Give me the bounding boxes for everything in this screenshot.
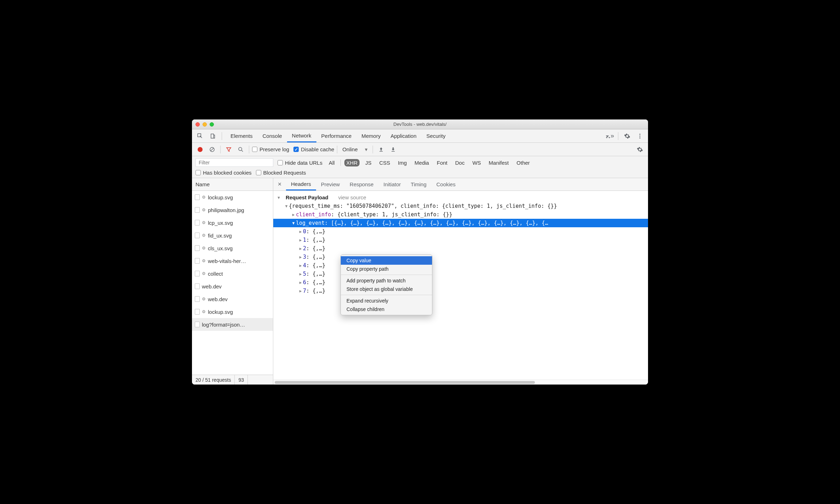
filter-type-media[interactable]: Media — [413, 159, 431, 166]
detail-tab-timing[interactable]: Timing — [406, 178, 431, 191]
request-row[interactable]: ⚙fid_ux.svg — [192, 229, 273, 242]
tree-row-item[interactable]: ▶2: {,…} — [273, 244, 648, 253]
settings-gear-icon[interactable] — [622, 131, 632, 141]
filter-input[interactable] — [196, 158, 273, 167]
filter-type-img[interactable]: Img — [396, 159, 409, 166]
kebab-menu-icon[interactable] — [635, 131, 645, 141]
context-menu-item[interactable]: Add property path to watch — [341, 276, 432, 285]
tree-row-item[interactable]: ▶3: {,…} — [273, 253, 648, 261]
horizontal-scrollbar[interactable] — [273, 380, 648, 385]
file-icon — [195, 309, 200, 315]
filter-type-xhr[interactable]: XHR — [344, 159, 360, 166]
context-menu-item[interactable]: Copy value — [341, 256, 432, 265]
panel-tab-security[interactable]: Security — [421, 129, 450, 142]
context-menu-item[interactable]: Copy property path — [341, 265, 432, 273]
inspect-icon[interactable] — [195, 131, 205, 141]
filter-type-js[interactable]: JS — [363, 159, 374, 166]
panel-tab-elements[interactable]: Elements — [226, 129, 258, 142]
scrollbar-thumb[interactable] — [275, 381, 535, 384]
gear-icon: ⚙ — [202, 258, 206, 263]
filter-type-font[interactable]: Font — [434, 159, 449, 166]
tree-row-item[interactable]: ▶1: {,…} — [273, 236, 648, 244]
separator — [337, 146, 337, 153]
section-title: Request Payload — [286, 194, 328, 200]
filter-type-ws[interactable]: WS — [470, 159, 483, 166]
zoom-window-button[interactable] — [210, 122, 214, 127]
request-row[interactable]: ⚙cls_ux.svg — [192, 242, 273, 254]
device-toggle-icon[interactable] — [208, 131, 218, 141]
close-window-button[interactable] — [196, 122, 200, 127]
context-menu-item[interactable]: Store object as global variable — [341, 285, 432, 293]
request-row[interactable]: ⚙philipwalton.jpg — [192, 204, 273, 216]
detail-tab-preview[interactable]: Preview — [316, 178, 345, 191]
tree-row-item[interactable]: ▶4: {,…} — [273, 261, 648, 270]
gear-icon: ⚙ — [202, 246, 206, 251]
throttling-select[interactable]: Online ▾ — [340, 146, 369, 153]
preserve-log-checkbox[interactable]: Preserve log — [252, 146, 289, 152]
context-menu-item[interactable]: Expand recursively — [341, 297, 432, 305]
search-icon[interactable] — [235, 144, 246, 155]
request-name: web.dev — [208, 296, 228, 302]
throttling-value: Online — [342, 146, 357, 152]
request-payload-section[interactable]: ▼ Request Payload view source — [273, 193, 648, 202]
filter-icon[interactable] — [223, 144, 234, 155]
filter-type-all[interactable]: All — [327, 159, 337, 166]
blocked-requests-checkbox[interactable]: Blocked Requests — [256, 170, 306, 176]
devtools-window: DevTools - web.dev/vitals/ ElementsConso… — [192, 119, 648, 385]
status-bar: 20 / 51 requests 93 — [192, 375, 273, 385]
request-row[interactable]: ⚙lockup.svg — [192, 191, 273, 204]
detail-tab-initiator[interactable]: Initiator — [379, 178, 406, 191]
status-extra: 93 — [235, 375, 248, 385]
request-list: ⚙lockup.svg⚙philipwalton.jpg⚙lcp_ux.svg⚙… — [192, 191, 273, 375]
clear-icon[interactable] — [207, 144, 217, 155]
svg-point-0 — [640, 134, 641, 135]
download-har-icon[interactable] — [388, 144, 398, 155]
svg-point-1 — [640, 135, 641, 136]
panel-tab-console[interactable]: Console — [258, 129, 287, 142]
detail-tab-cookies[interactable]: Cookies — [431, 178, 460, 191]
request-row[interactable]: ⚙web-vitals-her… — [192, 254, 273, 267]
minimize-window-button[interactable] — [203, 122, 207, 127]
detail-tab-headers[interactable]: Headers — [286, 178, 316, 191]
hide-data-urls-checkbox[interactable]: Hide data URLs — [278, 160, 322, 166]
close-detail-button[interactable]: × — [273, 178, 286, 191]
dropdown-icon: ▾ — [365, 146, 368, 153]
request-name: cls_ux.svg — [208, 245, 233, 251]
file-icon — [195, 322, 200, 327]
request-row[interactable]: ⚙collect — [192, 267, 273, 280]
detail-tab-response[interactable]: Response — [345, 178, 379, 191]
context-menu-item[interactable]: Collapse children — [341, 305, 432, 313]
request-row[interactable]: log?format=json… — [192, 318, 273, 331]
filter-type-doc[interactable]: Doc — [453, 159, 467, 166]
upload-har-icon[interactable] — [376, 144, 386, 155]
disable-cache-checkbox[interactable]: Disable cache — [293, 146, 334, 152]
menu-separator — [341, 275, 432, 275]
tree-row-root[interactable]: ▼ {request_time_ms: "1605078406207", cli… — [273, 202, 648, 210]
panel-tab-memory[interactable]: Memory — [356, 129, 385, 142]
titlebar: DevTools - web.dev/vitals/ — [192, 119, 648, 129]
name-column-header[interactable]: Name — [192, 178, 273, 191]
request-row[interactable]: ⚙lcp_ux.svg — [192, 216, 273, 229]
request-row[interactable]: ⚙lockup.svg — [192, 305, 273, 318]
view-source-link[interactable]: view source — [338, 194, 366, 200]
filter-type-manifest[interactable]: Manifest — [486, 159, 511, 166]
tree-row-item[interactable]: ▶6: {,…} — [273, 278, 648, 287]
request-row[interactable]: web.dev — [192, 280, 273, 293]
more-tabs-icon[interactable]: » — [604, 131, 614, 141]
gear-icon: ⚙ — [202, 297, 206, 301]
panel-tab-application[interactable]: Application — [386, 129, 421, 142]
network-settings-gear-icon[interactable] — [635, 144, 645, 155]
tree-row-log-event[interactable]: ▼ log_event: [{…}, {…}, {…}, {…}, {…}, {… — [273, 219, 648, 227]
panel-tab-network[interactable]: Network — [287, 129, 316, 142]
tree-row-item[interactable]: ▶0: {,…} — [273, 227, 648, 236]
tree-row-item[interactable]: ▶5: {,…} — [273, 270, 648, 278]
filter-type-other[interactable]: Other — [514, 159, 532, 166]
has-blocked-cookies-checkbox[interactable]: Has blocked cookies — [196, 170, 252, 176]
tree-row-client-info[interactable]: ▶ client_info: {client_type: 1, js_clien… — [273, 210, 648, 219]
filter-type-css[interactable]: CSS — [377, 159, 392, 166]
panel-tab-performance[interactable]: Performance — [316, 129, 357, 142]
status-requests: 20 / 51 requests — [192, 375, 235, 385]
record-button[interactable] — [195, 144, 205, 155]
tree-row-item[interactable]: ▶7: {,…} — [273, 287, 648, 295]
request-row[interactable]: ⚙web.dev — [192, 293, 273, 305]
